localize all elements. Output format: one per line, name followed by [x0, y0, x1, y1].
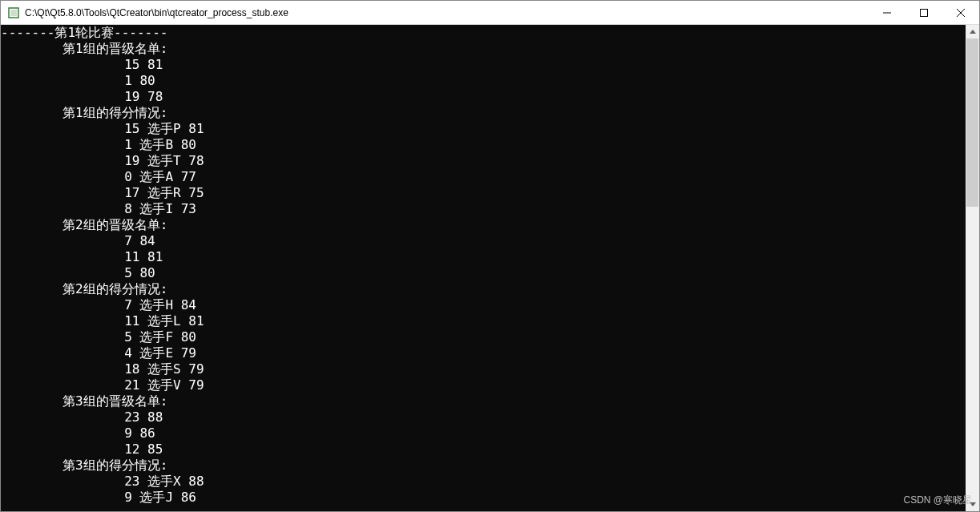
scroll-up-button[interactable]: [966, 25, 979, 38]
close-icon: [957, 9, 965, 17]
console-output: -------第1轮比赛------- 第1组的晋级名单: 15 81 1 80…: [1, 25, 966, 511]
minimize-icon: [883, 9, 891, 17]
chevron-down-icon: [970, 502, 976, 506]
maximize-icon: [920, 9, 928, 17]
chevron-up-icon: [970, 30, 976, 34]
svg-marker-7: [970, 502, 976, 506]
svg-rect-3: [921, 9, 928, 16]
scrollbar-track[interactable]: [966, 38, 979, 498]
app-icon: [7, 6, 20, 19]
app-window: C:\Qt\Qt5.8.0\Tools\QtCreator\bin\qtcrea…: [0, 0, 980, 512]
scrollbar-thumb[interactable]: [966, 38, 978, 207]
titlebar[interactable]: C:\Qt\Qt5.8.0\Tools\QtCreator\bin\qtcrea…: [1, 1, 979, 25]
vertical-scrollbar[interactable]: [966, 25, 979, 511]
svg-marker-6: [970, 30, 976, 34]
client-area: -------第1轮比赛------- 第1组的晋级名单: 15 81 1 80…: [1, 25, 979, 511]
minimize-button[interactable]: [869, 1, 905, 25]
console-text: -------第1轮比赛------- 第1组的晋级名单: 15 81 1 80…: [1, 25, 966, 506]
close-button[interactable]: [942, 1, 979, 25]
svg-rect-1: [10, 10, 17, 16]
scroll-down-button[interactable]: [966, 498, 979, 511]
maximize-button[interactable]: [905, 1, 942, 25]
window-title: C:\Qt\Qt5.8.0\Tools\QtCreator\bin\qtcrea…: [25, 7, 288, 18]
